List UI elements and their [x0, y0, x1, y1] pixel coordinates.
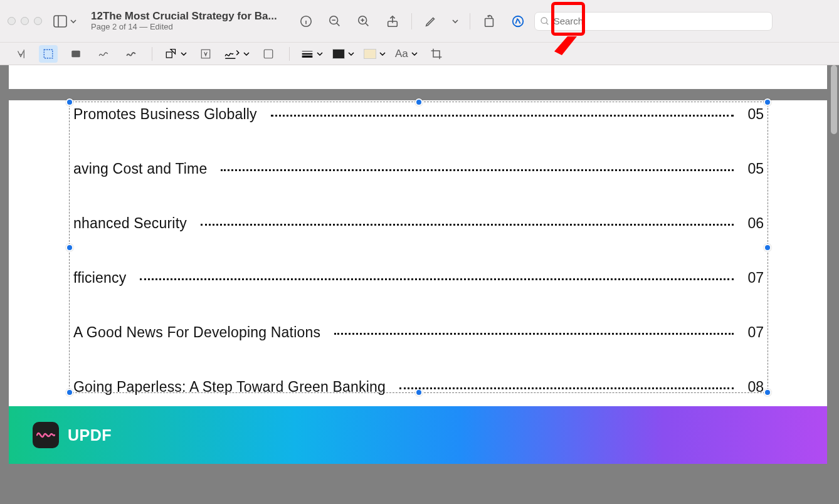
- zoom-out-button[interactable]: [324, 10, 346, 33]
- text-tool[interactable]: [196, 45, 215, 63]
- svg-rect-0: [54, 16, 66, 27]
- crop-tool[interactable]: [427, 45, 446, 63]
- toc-row: A Good News For Developing Nations 07: [73, 324, 764, 341]
- svg-rect-22: [166, 52, 172, 58]
- crop-selection[interactable]: Promotes Business Globally 05 aving Cost…: [69, 102, 768, 393]
- search-icon: [540, 16, 550, 26]
- toc-title: A Good News For Developing Nations: [73, 324, 334, 341]
- vertical-scrollbar[interactable]: [828, 65, 839, 328]
- svg-point-15: [541, 18, 547, 23]
- toc-leader-dots: [201, 219, 734, 228]
- resize-handle-tm[interactable]: [415, 98, 423, 106]
- svg-rect-21: [71, 50, 80, 57]
- toc-leader-dots: [140, 274, 734, 283]
- svg-line-9: [365, 23, 368, 26]
- toc-title: fficiency: [73, 270, 140, 286]
- toc-page: 05: [734, 160, 764, 177]
- toc-leader-dots: [399, 383, 734, 392]
- redact-tool[interactable]: [66, 45, 85, 63]
- sidebar-view-button[interactable]: [53, 15, 77, 28]
- fill-color-tool[interactable]: [364, 49, 386, 59]
- toolbar-separator: [470, 13, 470, 29]
- titlebar: 12The Most Crucial Strategy for Ba... Pa…: [0, 0, 839, 43]
- toc-page: 06: [734, 215, 764, 232]
- tool-separator: [289, 47, 290, 61]
- page-previous-sliver: [9, 65, 827, 89]
- zoom-window-icon[interactable]: [34, 17, 42, 25]
- toc-row: fficiency 07: [73, 270, 764, 286]
- highlight-menu-button[interactable]: [448, 10, 462, 33]
- markup-toolbar: Aa: [0, 43, 839, 65]
- share-button[interactable]: [381, 10, 404, 33]
- svg-rect-13: [485, 18, 493, 26]
- resize-handle-tl[interactable]: [66, 98, 73, 106]
- sign-tool[interactable]: [224, 48, 250, 60]
- toc-page: 07: [734, 324, 764, 341]
- text-select-tool[interactable]: [11, 45, 30, 63]
- line-style-tool[interactable]: [301, 50, 324, 58]
- page-status: Page 2 of 14 — Edited: [91, 23, 277, 32]
- toc-row: Promotes Business Globally 05: [73, 106, 764, 123]
- svg-rect-27: [264, 50, 273, 58]
- toc-leader-dots: [221, 165, 734, 174]
- toolbar-icons-left: [295, 10, 529, 33]
- inspector-button[interactable]: [295, 10, 317, 33]
- stroke-swatch-icon: [332, 49, 345, 59]
- svg-rect-20: [44, 50, 53, 58]
- svg-line-16: [546, 23, 548, 24]
- rotate-button[interactable]: [478, 10, 500, 33]
- toc-page: 08: [734, 379, 764, 396]
- markup-button[interactable]: [507, 10, 529, 33]
- document-page[interactable]: Promotes Business Globally 05 aving Cost…: [9, 100, 827, 464]
- toc-leader-dots: [271, 110, 734, 119]
- font-tool[interactable]: Aa: [395, 48, 418, 60]
- svg-marker-23: [171, 49, 176, 54]
- sketch-fill-tool[interactable]: [122, 45, 140, 63]
- document-area: Promotes Business Globally 05 aving Cost…: [9, 65, 827, 504]
- shapes-tool[interactable]: [164, 48, 187, 60]
- note-tool[interactable]: [259, 45, 278, 63]
- resize-handle-tr[interactable]: [764, 98, 771, 106]
- tool-separator: [152, 47, 152, 61]
- stroke-color-tool[interactable]: [332, 49, 355, 59]
- toc-row: aving Cost and Time 05: [73, 160, 764, 177]
- toc-page: 05: [734, 106, 764, 123]
- rect-select-tool[interactable]: [39, 45, 58, 63]
- toc-page: 07: [734, 270, 764, 286]
- scrollbar-thumb[interactable]: [831, 65, 837, 134]
- toc-row: Going Paperless: A Step Toward Green Ban…: [73, 379, 764, 396]
- toolbar-separator: [411, 13, 412, 29]
- close-window-icon[interactable]: [8, 17, 16, 25]
- fill-swatch-icon: [364, 49, 376, 59]
- sketch-tool[interactable]: [94, 45, 113, 63]
- search-input[interactable]: [554, 16, 767, 26]
- svg-line-6: [336, 23, 339, 26]
- highlight-button[interactable]: [420, 10, 442, 33]
- window-controls: [8, 17, 42, 25]
- toc-title: aving Cost and Time: [73, 160, 221, 177]
- toc-row: nhanced Security 06: [73, 215, 764, 232]
- svg-point-14: [512, 16, 523, 26]
- font-icon: Aa: [395, 48, 408, 60]
- zoom-in-button[interactable]: [352, 10, 375, 33]
- toc-title: Going Paperless: A Step Toward Green Ban…: [73, 379, 399, 396]
- minimize-window-icon[interactable]: [21, 17, 29, 25]
- updf-logo-icon: [33, 422, 59, 448]
- document-title: 12The Most Crucial Strategy for Ba...: [91, 10, 277, 23]
- toc-title: Promotes Business Globally: [73, 106, 271, 123]
- search-field[interactable]: [534, 12, 773, 31]
- brand-banner: UPDF: [9, 406, 827, 464]
- brand-name: UPDF: [68, 426, 112, 444]
- toc-leader-dots: [334, 328, 734, 337]
- title-zone: 12The Most Crucial Strategy for Ba... Pa…: [91, 10, 277, 31]
- toc-title: nhanced Security: [73, 215, 201, 232]
- table-of-contents: Promotes Business Globally 05 aving Cost…: [70, 106, 768, 396]
